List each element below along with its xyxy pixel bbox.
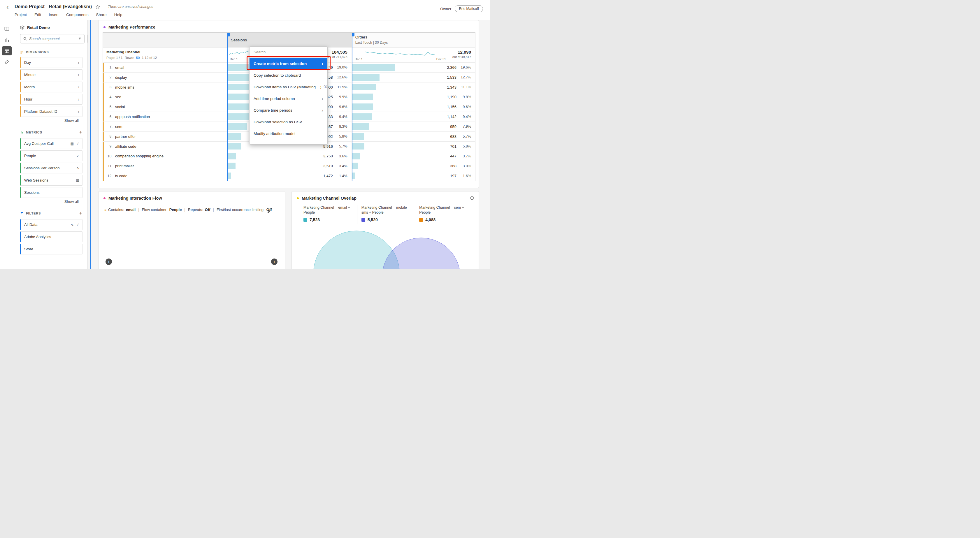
sessions-cell[interactable]: 3,5193.4% bbox=[228, 161, 352, 171]
orders-cell[interactable]: 1,53312.7% bbox=[352, 73, 475, 82]
dimension-cell[interactable]: 1.email bbox=[103, 63, 228, 72]
dimension-cell[interactable]: 7.sem bbox=[103, 122, 228, 131]
context-menu-item-download-items-as-csv-marketing[interactable]: Download items as CSV (Marketing ...)ⓘ bbox=[250, 81, 327, 93]
flow-setting-first-last-occurrence-limiting[interactable]: First/last occurrence limiting:Off bbox=[216, 207, 272, 212]
panel-name-row: Retail Demo bbox=[20, 25, 83, 30]
flow-setting-flow-container[interactable]: Flow container:People bbox=[142, 207, 182, 212]
dimension-cell[interactable]: 9.affiliate code bbox=[103, 142, 228, 151]
metric-percent: 9.6% bbox=[457, 105, 471, 109]
metric-item-sessions[interactable]: Sessions bbox=[20, 187, 83, 198]
orders-cell[interactable]: 7015.8% bbox=[352, 142, 475, 151]
favorite-star-button[interactable] bbox=[95, 4, 100, 10]
context-menu-item-modify-attribution-model[interactable]: Modify attribution model bbox=[250, 127, 327, 139]
sessions-column-header[interactable]: Sessions bbox=[228, 33, 352, 47]
metric-item-sessions-per-person[interactable]: Sessions Per Person∿ bbox=[20, 162, 83, 173]
dimension-cell[interactable]: 3.mobile sms bbox=[103, 83, 228, 92]
table-row[interactable]: 11.print mailer3,5193.4%3683.0% bbox=[103, 161, 475, 171]
table-row[interactable]: 12.tv code1,4721.4%1971.6% bbox=[103, 171, 475, 181]
dimensions-show-all-link[interactable]: Show all bbox=[20, 118, 83, 123]
metrics-show-all-link[interactable]: Show all bbox=[20, 199, 83, 204]
orders-summary-cell[interactable]: Dec 1 Dec 31 12,090 out of 49,817 bbox=[352, 48, 475, 62]
dimension-item-month[interactable]: Month› bbox=[20, 81, 83, 92]
panels-tab[interactable] bbox=[2, 24, 12, 33]
sessions-cell[interactable]: 3,7503.6% bbox=[228, 151, 352, 161]
flow-setting-repeats[interactable]: Repeats:Off bbox=[188, 207, 210, 212]
dimensions-section-label: DIMENSIONS bbox=[26, 51, 49, 54]
visualizations-tab[interactable] bbox=[2, 35, 12, 44]
filter-item-store[interactable]: Store bbox=[20, 244, 83, 255]
context-menu-item-compare-attribution-models[interactable]: Compare attribution models bbox=[250, 139, 327, 145]
filter-item-all-data[interactable]: All Data∿✓ bbox=[20, 219, 83, 230]
context-menu-item-copy-selection-to-clipboard[interactable]: Copy selection to clipboard bbox=[250, 69, 327, 81]
orders-column-header[interactable]: Orders Last Touch | 30 Days bbox=[352, 33, 475, 47]
add-flow-start-button[interactable]: + bbox=[105, 258, 112, 265]
orders-cell[interactable]: 3683.0% bbox=[352, 161, 475, 171]
menubar-edit[interactable]: Edit bbox=[34, 13, 41, 17]
context-menu-item-download-selection-as-csv[interactable]: Download selection as CSV bbox=[250, 116, 327, 127]
orders-cell[interactable]: 4473.7% bbox=[352, 151, 475, 161]
dimension-item-platform-dataset-id[interactable]: Platform Dataset ID› bbox=[20, 106, 83, 117]
add-flow-end-button[interactable]: + bbox=[271, 258, 277, 265]
style-tab[interactable] bbox=[2, 57, 12, 67]
dimension-cell[interactable]: 4.seo bbox=[103, 92, 228, 102]
orders-cell[interactable]: 6885.7% bbox=[352, 132, 475, 142]
overlap-info-button[interactable] bbox=[470, 196, 474, 200]
orders-cell[interactable]: 1,34311.1% bbox=[352, 83, 475, 92]
context-menu-items: Create metric from selection›Copy select… bbox=[250, 58, 327, 145]
menubar-insert[interactable]: Insert bbox=[49, 13, 59, 17]
sort-button[interactable] bbox=[87, 34, 88, 43]
back-button[interactable]: ‹ bbox=[4, 4, 11, 11]
add-filter-button[interactable]: + bbox=[79, 211, 83, 216]
context-menu-item-add-time-period-column[interactable]: Add time period column› bbox=[250, 93, 327, 104]
orders-cell[interactable]: 1,1569.6% bbox=[352, 102, 475, 111]
dimension-item-day[interactable]: Day› bbox=[20, 57, 83, 68]
metric-item-avg-cost-per-call[interactable]: Avg Cost per Call▦✓ bbox=[20, 138, 83, 149]
edit-flow-settings-button[interactable] bbox=[267, 209, 272, 213]
menubar-help[interactable]: Help bbox=[114, 13, 123, 17]
owner-button[interactable]: Eric Matisoff bbox=[455, 5, 483, 12]
dimension-item-minute[interactable]: Minute› bbox=[20, 69, 83, 80]
dimension-cell[interactable]: 10.comparison shopping engine bbox=[103, 151, 228, 161]
metric-item-people[interactable]: People✓ bbox=[20, 150, 83, 161]
components-tab[interactable] bbox=[2, 46, 12, 56]
add-metric-button[interactable]: + bbox=[79, 130, 83, 135]
column-flag-icon bbox=[228, 33, 230, 37]
orders-header-subtitle: Last Touch | 30 Days bbox=[355, 40, 472, 45]
context-menu-item-compare-time-periods[interactable]: Compare time periods› bbox=[250, 104, 327, 116]
context-menu-item-create-metric-from-selection[interactable]: Create metric from selection› bbox=[250, 58, 327, 69]
metric-value: 3,750 bbox=[323, 154, 333, 158]
menubar-components[interactable]: Components bbox=[66, 13, 89, 17]
dimension-item-hour[interactable]: Hour› bbox=[20, 94, 83, 105]
item-icons: ✓ bbox=[76, 154, 79, 158]
search-input[interactable] bbox=[29, 37, 76, 41]
orders-cell[interactable]: 1971.6% bbox=[352, 171, 475, 181]
metric-item-web-sessions[interactable]: Web Sessions▦ bbox=[20, 175, 83, 186]
menubar-share[interactable]: Share bbox=[96, 13, 107, 17]
orders-cell[interactable]: 9597.9% bbox=[352, 122, 475, 131]
table-row[interactable]: 10.comparison shopping engine3,7503.6%44… bbox=[103, 151, 475, 161]
rows-per-page-select[interactable]: 50 bbox=[136, 56, 140, 59]
context-menu-search-input[interactable] bbox=[254, 50, 323, 54]
dimension-cell[interactable]: 2.display bbox=[103, 73, 228, 82]
menubar-project[interactable]: Project bbox=[14, 13, 27, 17]
column-flag-icon bbox=[352, 33, 355, 37]
orders-cell[interactable]: 1,1429.4% bbox=[352, 112, 475, 121]
dimension-cell[interactable]: 12.tv code bbox=[103, 171, 228, 181]
dimension-value: mobile sms bbox=[115, 85, 134, 89]
filter-funnel-icon[interactable] bbox=[78, 37, 82, 40]
flow-setting-contains[interactable]: ≡Contains:email bbox=[104, 207, 135, 212]
sessions-cell[interactable]: 1,4721.4% bbox=[228, 171, 352, 181]
dimension-cell[interactable]: 8.partner offer bbox=[103, 132, 228, 142]
item-icons: ▦ bbox=[76, 179, 79, 182]
sort-icon bbox=[88, 37, 88, 41]
dimension-cell[interactable]: 6.app push notification bbox=[103, 112, 228, 121]
metric-label: Sessions bbox=[24, 190, 40, 195]
orders-cell[interactable]: 2,36619.6% bbox=[352, 63, 475, 72]
filter-item-adobe-analytics[interactable]: Adobe Analytics bbox=[20, 231, 83, 242]
orders-cell[interactable]: 1,1909.8% bbox=[352, 92, 475, 102]
setting-label: First/last occurrence limiting: bbox=[216, 207, 265, 212]
dimension-cell[interactable]: 11.print mailer bbox=[103, 161, 228, 171]
dimension-cell[interactable]: 5.social bbox=[103, 102, 228, 111]
dimension-header-cell[interactable]: Marketing Channel Page: 1 / 1 Rows: 50 1… bbox=[103, 48, 228, 62]
setting-value: Off bbox=[205, 207, 210, 212]
